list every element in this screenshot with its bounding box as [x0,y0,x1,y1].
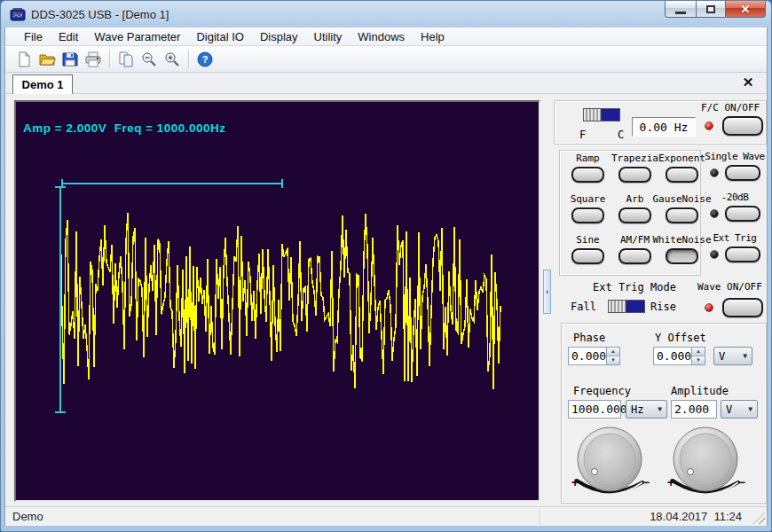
wave-label-square: Square [571,193,606,205]
amplitude-unit-dropdown[interactable]: V ▼ [721,400,758,419]
minimize-icon [675,12,686,14]
spin-down-icon[interactable]: ▼ [692,356,705,364]
menu-item-edit[interactable]: Edit [51,27,86,45]
help-button[interactable]: ? [193,49,217,70]
wave-label-ramp: Ramp [576,153,600,164]
maximize-button[interactable] [696,1,725,18]
menu-item-help[interactable]: Help [413,27,453,45]
minus20db-button[interactable] [725,206,760,222]
wave-button-gausenoise[interactable] [666,207,698,223]
minus20db-led [710,209,719,218]
close-icon: ✕ [741,3,751,16]
ext-trig-button[interactable] [725,246,760,262]
save-button[interactable] [59,49,82,70]
menu-item-utility[interactable]: Utility [306,27,351,45]
frequency-readout: 0.00 Hz [632,117,696,137]
wave-label-trapezia: Trapezia [611,153,658,164]
menu-item-wave-parameter[interactable]: Wave Parameter [86,27,188,45]
zoom-in-button[interactable] [161,49,184,70]
rise-label: Rise [650,301,676,313]
titlebar: DDS-3025 USB - [Demo 1] ✕ [4,1,768,27]
single-wave-led [710,168,719,177]
menubar: File Edit Wave Parameter Digital IO Disp… [5,27,767,46]
fc-label-f: F [579,129,586,141]
phase-spinner[interactable]: ▲ ▼ [607,347,620,365]
tab-close-button[interactable]: ✕ [740,74,756,90]
new-file-button[interactable] [12,49,35,70]
open-folder-icon [38,51,56,68]
close-button[interactable]: ✕ [725,1,766,18]
frequency-knob[interactable]: + − [564,424,653,502]
splitter-handle[interactable]: › [543,270,551,314]
amplitude-input[interactable]: 2.000 [671,400,717,419]
fc-label-c: C [618,129,624,141]
wave-button-exponent[interactable] [666,167,698,183]
zoom-out-icon [140,51,158,68]
wave-button-sine[interactable] [571,248,604,264]
print-button[interactable] [82,49,105,70]
wave-button-arb[interactable] [618,207,651,223]
resize-grip[interactable] [752,512,765,524]
frequency-unit-dropdown[interactable]: Hz ▼ [626,400,667,419]
zoom-in-icon [163,51,181,68]
wave-button-square[interactable] [571,207,604,223]
toolbar: ? [5,46,767,73]
y-offset-spinner[interactable]: ▲ ▼ [692,347,705,365]
wave-button-whitenoise[interactable] [666,248,698,264]
spin-up-icon[interactable]: ▲ [607,348,619,356]
frequency-label: Frequency [573,385,631,397]
menu-item-windows[interactable]: Windows [350,27,413,45]
chevron-down-icon: ▼ [652,405,662,413]
y-offset-unit: V [719,350,725,363]
menu-item-display[interactable]: Display [252,27,306,45]
help-icon: ? [196,51,214,68]
knob-plus-label: + [667,475,674,489]
frequency-unit: Hz [631,403,643,416]
menu-item-digital-io[interactable]: Digital IO [188,27,251,45]
fc-onoff-label: F/C ON/OFF [701,102,760,113]
wave-label-sine: Sine [576,234,600,246]
minimize-button[interactable] [665,1,696,18]
save-icon [61,51,79,68]
wave-button-amfm[interactable] [618,248,651,264]
printer-icon [84,51,102,68]
single-wave-button[interactable] [725,165,760,181]
y-offset-input[interactable]: 0.000 [653,347,692,365]
open-button[interactable] [35,49,59,70]
spin-down-icon[interactable]: ▼ [607,356,619,364]
phase-input[interactable]: 0.000 [568,347,607,365]
status-divider [540,509,540,525]
maximize-icon [706,5,715,13]
trig-slope-toggle[interactable] [608,300,645,313]
menu-item-file[interactable]: File [16,27,51,45]
tab-demo1[interactable]: Demo 1 [12,74,73,94]
wave-label-amfm: AM/FM [620,234,650,246]
fc-toggle-thumb [584,109,602,121]
spin-up-icon[interactable]: ▲ [692,348,705,356]
amplitude-knob[interactable]: + − [660,424,749,502]
ext-trig-led [710,250,719,259]
knob-plus-label: + [571,475,579,489]
window-title: DDS-3025 USB - [Demo 1] [31,8,169,21]
fc-onoff-button[interactable] [722,116,763,136]
amplitude-unit: V [726,403,732,416]
fc-toggle[interactable] [583,108,620,121]
wave-button-trapezia[interactable] [618,167,651,183]
zoom-out-button[interactable] [138,49,161,70]
y-offset-unit-dropdown[interactable]: V ▼ [713,347,752,365]
frequency-input[interactable]: 1000.000 [568,400,621,419]
wave-onoff-button[interactable] [722,298,763,317]
status-datetime: 18.04.2017 11:24 [650,510,742,523]
trig-slope-thumb [609,301,626,312]
knob-minus-label: − [738,475,745,489]
wave-led [705,303,713,312]
knob-icon [660,424,749,502]
side-button-column: Single Wave -20dB Ext Trig [703,151,767,273]
y-offset-label: Y Offset [655,332,706,344]
toolbar-separator [109,51,110,68]
phase-label: Phase [573,332,605,344]
wave-button-ramp[interactable] [571,167,604,183]
window-frame: DDS-3025 USB - [Demo 1] ✕ File Edit Wave… [0,0,772,532]
copy-button[interactable] [114,49,138,70]
chevron-down-icon: ▼ [743,405,752,413]
